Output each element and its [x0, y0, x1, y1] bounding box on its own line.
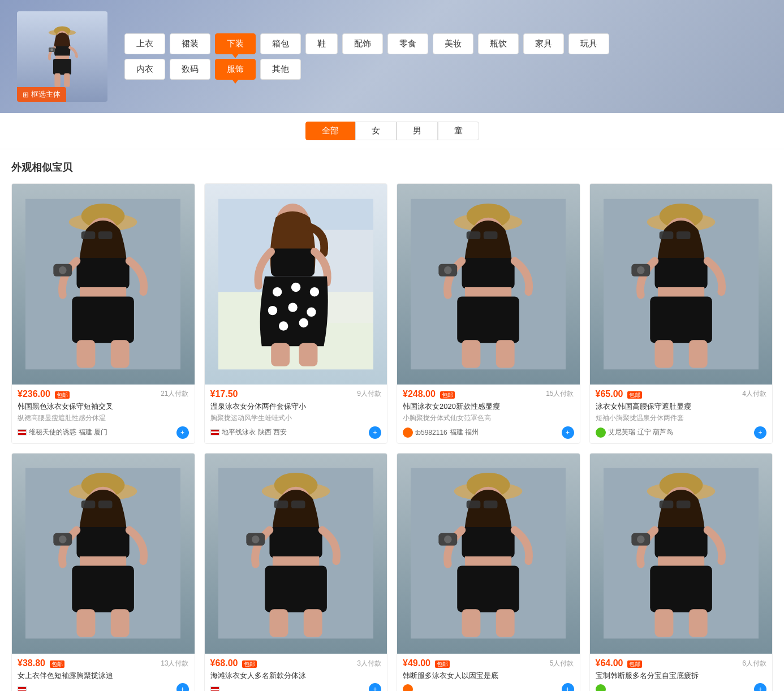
cat-fuzhuang[interactable]: 服饰 [215, 59, 256, 80]
svg-point-118 [637, 535, 645, 543]
svg-point-92 [252, 535, 260, 543]
svg-rect-49 [457, 296, 519, 343]
svg-rect-75 [72, 566, 134, 612]
flag-icon-1 [18, 429, 27, 435]
free-ship-6: 包邮 [242, 660, 257, 668]
cart-btn-8[interactable]: + [754, 683, 766, 691]
sold-8: 6人付款 [742, 659, 766, 668]
svg-rect-73 [77, 527, 130, 558]
cart-btn-2[interactable]: + [369, 426, 381, 439]
cat-wanju[interactable]: 玩具 [568, 33, 609, 54]
cat-xiazhuang[interactable]: 下装 [215, 33, 256, 54]
price-4: ¥65.00 包邮 [596, 389, 643, 399]
seller-row-6: + [210, 683, 382, 691]
filter-tab-male[interactable]: 男 [397, 122, 438, 140]
svg-point-25 [59, 266, 67, 274]
svg-rect-76 [77, 610, 96, 637]
svg-rect-9 [54, 74, 60, 87]
sold-7: 5人付款 [550, 659, 574, 668]
svg-rect-46 [484, 231, 498, 239]
cat-xiangbao[interactable]: 箱包 [260, 33, 301, 54]
price-row-7: ¥49.00 包邮 5人付款 [403, 658, 574, 668]
cat-shuma[interactable]: 数码 [170, 59, 210, 80]
product-card-4[interactable]: ¥65.00 包邮 4人付款 泳衣女韩国高腰保守遮肚显瘦 短袖小胸聚拢温泉分休两… [589, 183, 773, 444]
flag-icon-2 [210, 429, 219, 435]
seller-loc-2: 陕西 西安 [258, 427, 287, 437]
cat-peishi[interactable]: 配饰 [342, 33, 383, 54]
seller-icon-4 [596, 427, 606, 438]
title-3: 韩国泳衣女2020新款性感显瘦 [403, 401, 574, 412]
product-info-6: ¥68.00 包邮 3人付款 海滩泳衣女人多名新款分体泳 + [205, 654, 387, 691]
title-7: 韩断服多泳衣女人以因宝是底 [403, 671, 574, 681]
cat-qunzhuang[interactable]: 裙装 [170, 33, 210, 54]
cart-btn-6[interactable]: + [369, 683, 381, 691]
seller-row-5: + [18, 683, 189, 691]
svg-rect-22 [77, 340, 96, 368]
product-card-7[interactable]: ¥49.00 包邮 5人付款 韩断服多泳衣女人以因宝是底 + [397, 453, 580, 691]
price-3: ¥248.00 包邮 [403, 389, 455, 399]
product-card-5[interactable]: ¥38.80 包邮 13人付款 女上衣伴色短袖露胸聚拢泳追 + [11, 453, 195, 691]
seller-icon-7 [403, 684, 413, 691]
seller-info-4: 艾尼芙瑞 辽宁 葫芦岛 [596, 427, 673, 438]
sold-4: 4人付款 [742, 389, 766, 399]
kuangxuan-button[interactable]: ⊞ 框选主体 [17, 87, 66, 102]
product-card-1[interactable]: ¥236.00 包邮 21人付款 韩国黑色泳衣女保守短袖交叉 纵裙高腰显瘦遮肚性… [11, 183, 195, 444]
cat-neyi[interactable]: 内衣 [124, 59, 165, 80]
svg-rect-59 [677, 231, 691, 239]
cart-btn-3[interactable]: + [562, 426, 574, 439]
svg-rect-63 [654, 340, 673, 368]
desc-3: 小胸聚拢分体式仙女范罩色高 [403, 414, 574, 423]
svg-rect-103 [496, 610, 515, 637]
flag-icon-6 [210, 686, 219, 691]
svg-rect-88 [265, 566, 327, 612]
svg-rect-62 [650, 296, 712, 343]
svg-point-36 [307, 307, 316, 316]
cat-xie[interactable]: 鞋 [305, 33, 338, 54]
cart-btn-4[interactable]: + [754, 426, 766, 439]
svg-rect-99 [462, 527, 515, 558]
main-content: 外观相似宝贝 [0, 149, 784, 691]
filter-tab-female[interactable]: 女 [355, 122, 397, 140]
cat-lingshi[interactable]: 零食 [387, 33, 428, 54]
free-ship-4: 包邮 [627, 391, 642, 399]
price-6: ¥68.00 包邮 [210, 658, 257, 668]
svg-rect-17 [81, 231, 96, 239]
price-row-8: ¥64.00 包邮 6人付款 [596, 658, 767, 668]
seller-info-2: 地平线泳衣 陕西 西安 [210, 427, 287, 437]
cat-qita[interactable]: 其他 [260, 59, 301, 80]
cart-btn-7[interactable]: + [562, 683, 574, 691]
seller-name-3: tb5982116 [415, 429, 447, 437]
cat-jiaju[interactable]: 家具 [523, 33, 564, 54]
svg-rect-8 [53, 59, 71, 75]
svg-rect-61 [658, 287, 704, 298]
price-row-6: ¥68.00 包邮 3人付款 [210, 658, 382, 668]
product-card-3[interactable]: ¥248.00 包邮 15人付款 韩国泳衣女2020新款性感显瘦 小胸聚拢分体式… [397, 183, 580, 444]
title-6: 海滩泳衣女人多名新款分体泳 [210, 671, 382, 681]
svg-rect-7 [55, 55, 69, 59]
seller-row-4: 艾尼芙瑞 辽宁 葫芦岛 + [596, 426, 767, 439]
svg-rect-86 [269, 527, 322, 558]
filter-tab-all[interactable]: 全部 [305, 122, 355, 140]
title-4: 泳衣女韩国高腰保守遮肚显瘦 [596, 401, 767, 412]
price-7: ¥49.00 包邮 [403, 658, 450, 668]
svg-rect-77 [111, 610, 130, 637]
title-2: 温泉泳衣女分体两件套保守小 [210, 401, 382, 412]
filter-tab-child[interactable]: 童 [438, 122, 479, 140]
cart-btn-5[interactable]: + [176, 683, 189, 691]
svg-rect-116 [688, 610, 707, 637]
svg-rect-10 [64, 74, 70, 87]
product-info-2: ¥17.50 9人付款 温泉泳衣女分体两件套保守小 胸聚拢运动风学生蛙蛙式小 地… [205, 385, 387, 443]
svg-rect-60 [654, 258, 707, 289]
price-row-2: ¥17.50 9人付款 [210, 389, 382, 399]
cat-pingyin[interactable]: 瓶饮 [478, 33, 519, 54]
cat-meizhuang[interactable]: 美妆 [433, 33, 473, 54]
product-card-6[interactable]: ¥68.00 包邮 3人付款 海滩泳衣女人多名新款分体泳 + [204, 453, 388, 691]
seller-row-3: tb5982116 福建 福州 + [403, 426, 574, 439]
product-card-8[interactable]: ¥64.00 包邮 6人付款 宝制韩断服多名分宝自宝底疲拆 + [589, 453, 773, 691]
cat-shangyi[interactable]: 上衣 [124, 33, 165, 54]
svg-rect-110 [659, 501, 673, 509]
cart-btn-1[interactable]: + [176, 426, 189, 439]
product-card-2[interactable]: ¥17.50 9人付款 温泉泳衣女分体两件套保守小 胸聚拢运动风学生蛙蛙式小 地… [204, 183, 388, 444]
seller-row-1: 维秘天使的诱惑 福建 厦门 + [18, 426, 189, 439]
svg-point-31 [273, 287, 282, 296]
